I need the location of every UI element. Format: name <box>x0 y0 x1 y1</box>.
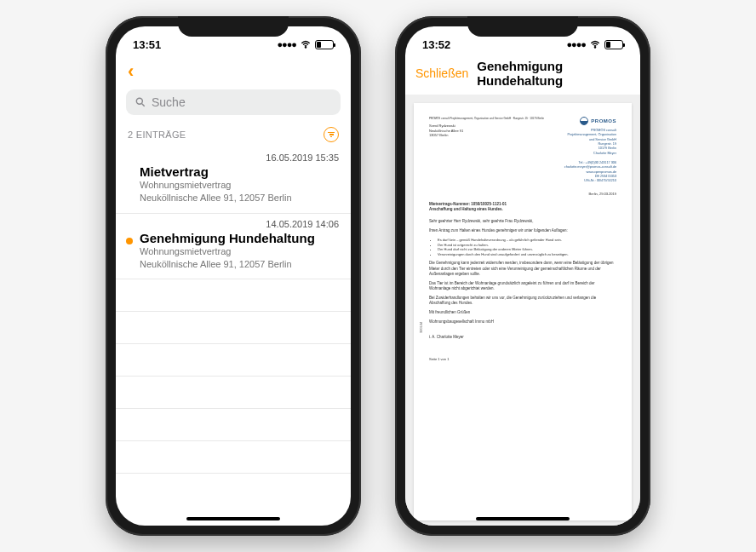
logo-icon <box>580 117 588 125</box>
doc-para: Die Genehmigung kann jederzeit widerrufe… <box>429 261 616 276</box>
page-title: Genehmigung Hundehaltung <box>477 59 630 88</box>
svg-line-2 <box>142 104 145 106</box>
list-item-empty <box>116 409 351 441</box>
doc-para: Das Tier ist im Bereich der Wohnanlage g… <box>429 281 616 291</box>
entry-type: Wohnungsmietvertrag <box>140 179 339 192</box>
entry-title: Mietvertrag <box>140 164 339 179</box>
list-item-empty <box>116 344 351 377</box>
wifi-icon <box>300 38 312 50</box>
doc-bullet: Verunreinigungen durch den Hund sind una… <box>438 252 616 257</box>
doc-signer-name: i. A. Charlotte Meyer <box>429 335 616 340</box>
doc-address-block: PROMOS consult Projektmanagement, Organi… <box>429 117 544 183</box>
logo-text: PROMOS <box>591 118 616 124</box>
doc-intro: Ihren Antrag zum Halten eines Hundes gen… <box>429 228 616 233</box>
doc-contact: Tel.: +49(0)30 243117 306 charlotte.meye… <box>564 161 616 184</box>
doc-signer-org: Wohnungsbaugesellschaft Immo mbH <box>429 319 616 325</box>
entry-address: Neuköllnische Allee 91, 12057 Berlin <box>140 192 339 204</box>
battery-icon <box>604 40 623 49</box>
phone-mockup-list: 13:51 ●●●● ‹ Suche 2 EINTRÄGE 16.05.201 <box>106 16 361 536</box>
list-item[interactable]: 16.05.2019 15:35 Mietvertrag Wohnungsmie… <box>116 147 351 214</box>
doc-margin-number: 320104 <box>419 321 423 332</box>
list-item-empty <box>116 279 351 312</box>
title-bar: Schließen Genehmigung Hundehaltung <box>405 55 640 95</box>
document-viewer[interactable]: 320104 PROMOS consult Projektmanagement,… <box>405 95 640 526</box>
doc-closing: Mit freundlichen Grüßen <box>429 310 616 315</box>
list-item-empty <box>116 377 351 409</box>
doc-body: Sehr geehrter Herr Rydzewski, sehr geehr… <box>429 219 616 340</box>
search-input[interactable]: Suche <box>126 89 341 115</box>
company-logo: PROMOS <box>564 117 616 125</box>
close-button[interactable]: Schließen <box>415 66 468 80</box>
notch <box>178 16 289 37</box>
svg-point-1 <box>136 98 142 104</box>
list-header: 2 EINTRÄGE <box>116 122 351 147</box>
entry-datetime: 14.05.2019 14:06 <box>140 219 339 231</box>
svg-point-0 <box>305 47 306 48</box>
status-icons: ●●●● <box>277 38 334 50</box>
unread-dot-icon <box>126 238 133 244</box>
entry-address: Neuköllnische Allee 91, 12057 Berlin <box>140 258 339 271</box>
doc-subject: Mietvertrags-Nummer: 1050/10025-1121-01 … <box>429 202 616 212</box>
doc-bullets: Es darf kein – gemäß Hundehalteverordnun… <box>429 238 616 256</box>
doc-subject-line2: Anschaffung und Haltung eines Hundes. <box>429 207 616 212</box>
battery-icon <box>315 40 334 49</box>
search-icon <box>135 96 146 108</box>
list-item-empty <box>116 312 351 344</box>
cellular-signal-icon: ●●●● <box>277 39 296 49</box>
nav-bar: ‹ <box>116 55 351 89</box>
list-item-empty <box>116 441 351 474</box>
doc-company-info: PROMOS consult Projektmanagement, Organi… <box>564 129 616 156</box>
filter-icon <box>328 132 335 138</box>
status-time: 13:52 <box>422 38 450 51</box>
doc-salutation: Sehr geehrter Herr Rydzewski, sehr geehr… <box>429 219 616 224</box>
cellular-signal-icon: ●●●● <box>566 39 586 49</box>
doc-page-label: Seite 1 von 1 <box>429 357 616 361</box>
doc-logo-block: PROMOS PROMOS consult Projektmanagement,… <box>564 117 616 183</box>
wifi-icon <box>589 38 601 50</box>
search-placeholder: Suche <box>152 95 186 109</box>
entry-type: Wohnungsmietvertrag <box>140 245 339 258</box>
screen: 13:51 ●●●● ‹ Suche 2 EINTRÄGE 16.05.201 <box>116 26 351 526</box>
home-indicator[interactable] <box>476 517 570 520</box>
screen: 13:52 ●●●● Schließen Genehmigung Hundeha… <box>405 26 640 526</box>
search-container: Suche <box>116 89 351 122</box>
svg-point-3 <box>594 47 595 48</box>
doc-sender-line: PROMOS consult Projektmanagement, Organi… <box>429 117 544 120</box>
status-icons: ●●●● <box>566 38 623 50</box>
list-item[interactable]: 14.05.2019 14:06 Genehmigung Hundehaltun… <box>116 214 351 280</box>
phone-mockup-document: 13:52 ●●●● Schließen Genehmigung Hundeha… <box>395 16 650 536</box>
filter-button[interactable] <box>324 127 339 142</box>
doc-date: Berlin, 29.03.2019 <box>429 192 616 196</box>
entry-count-label: 2 EINTRÄGE <box>128 129 186 140</box>
document-page: 320104 PROMOS consult Projektmanagement,… <box>414 103 632 520</box>
notch <box>467 16 578 37</box>
status-time: 13:51 <box>133 38 161 51</box>
entry-title: Genehmigung Hundehaltung <box>140 231 339 245</box>
entry-datetime: 16.05.2019 15:35 <box>140 152 339 164</box>
back-button[interactable]: ‹ <box>128 60 134 83</box>
doc-para: Bei Zuwiderhandlungen behalten wir uns v… <box>429 296 616 306</box>
home-indicator[interactable] <box>186 517 280 520</box>
doc-recipient: Sverd Rydzewski Neuköllnische Allee 91 1… <box>429 124 544 138</box>
entries-list: 16.05.2019 15:35 Mietvertrag Wohnungsmie… <box>116 147 351 474</box>
